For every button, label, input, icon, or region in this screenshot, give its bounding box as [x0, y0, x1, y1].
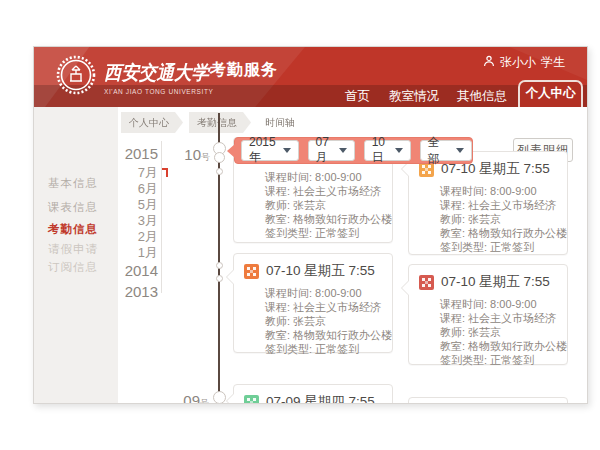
- card-detail-row: 签到类型: 正常签到: [265, 226, 382, 240]
- sidebar: 基本信息 课表信息 考勤信息 请假申请 订阅信息: [34, 107, 118, 403]
- card-detail-row: 教师: 张芸京: [265, 314, 382, 328]
- card-details: 课程时间: 8:00-9:00课程: 社会主义市场经济教师: 张芸京教室: 格物…: [440, 297, 557, 367]
- main-nav: 首页 教室情况 其他信息: [34, 85, 587, 107]
- nav-item-other-info[interactable]: 其他信息: [457, 85, 507, 107]
- user-role: 学生: [541, 54, 565, 71]
- app-window: 西安交通大学 XI'AN JIAO TONG UNIVERSITY 考勤服务 张…: [33, 46, 588, 404]
- nav-item-classrooms[interactable]: 教室情况: [389, 85, 439, 107]
- card-detail-row: 课程时间: 8:00-9:00: [265, 286, 382, 300]
- chevron-down-icon: [395, 148, 403, 153]
- timeline-nav-item[interactable]: 2015: [122, 143, 158, 164]
- date-filter-bar: 2015年 07月 10日 全部: [234, 137, 473, 164]
- chevron-down-icon: [339, 148, 347, 153]
- card-detail-row: 教室: 格物致知行政办公楼: [440, 339, 557, 353]
- timeline-nav-item[interactable]: 6月: [122, 180, 158, 196]
- card-detail-row: 签到类型: 正常签到: [265, 342, 382, 356]
- sidebar-item-attendance[interactable]: 考勤信息: [48, 222, 110, 237]
- card-header: 07-10 星期五 7:55: [419, 273, 557, 291]
- card-pointer: [227, 270, 234, 284]
- status-stamp-icon: [244, 395, 259, 405]
- card-detail-row: 教室: 格物致知行政办公楼: [265, 328, 382, 342]
- day-marker-10: 10号: [170, 146, 210, 164]
- day-number: 09: [183, 392, 200, 404]
- card-pointer: [402, 281, 409, 295]
- card-details: 课程时间: 8:00-9:00课程: 社会主义市场经济教师: 张芸京教室: 格物…: [440, 184, 557, 254]
- card-detail-row: 教师: 张芸京: [440, 212, 557, 226]
- breadcrumb: 个人中心 考勤信息 时间轴: [121, 112, 309, 133]
- card-pointer: [402, 162, 409, 176]
- card-detail-row: 课程: 社会主义市场经济: [265, 184, 382, 198]
- card-detail-row: 教师: 张芸京: [265, 198, 382, 212]
- card-detail-row: 课程时间: 8:00-9:00: [440, 297, 557, 311]
- breadcrumb-item[interactable]: 个人中心: [121, 112, 183, 133]
- user-icon: [483, 55, 495, 70]
- timeline-nav-item[interactable]: 2014: [122, 260, 158, 281]
- chevron-down-icon: [456, 148, 464, 153]
- university-name-cn: 西安交通大学: [104, 60, 209, 86]
- timeline-node: [216, 262, 223, 269]
- month-select[interactable]: 07月: [308, 140, 355, 161]
- sidebar-item-subscription[interactable]: 订阅信息: [48, 260, 110, 275]
- timeline-nav-item[interactable]: 3月: [122, 212, 158, 228]
- card-detail-row: 教室: 格物致知行政办公楼: [440, 226, 557, 240]
- attendance-card-partial[interactable]: [408, 397, 568, 404]
- year-select[interactable]: 2015年: [241, 140, 299, 161]
- day-select[interactable]: 10日: [364, 140, 411, 161]
- card-detail-row: 签到类型: 正常签到: [440, 240, 557, 254]
- timeline-node: [213, 391, 226, 404]
- attendance-card[interactable]: 07-10 星期五 7:55 课程时间: 8:00-9:00课程: 社会主义市场…: [233, 253, 393, 353]
- user-info[interactable]: 张小小 学生: [483, 54, 565, 71]
- month-select-value: 07月: [316, 135, 333, 166]
- timeline-divider: [161, 141, 162, 293]
- card-details: 课程时间: 8:00-9:00课程: 社会主义市场经济教师: 张芸京教室: 格物…: [265, 286, 382, 356]
- card-details: 课程时间: 8:00-9:00课程: 社会主义市场经济教师: 张芸京教室: 格物…: [265, 170, 382, 240]
- day-select-value: 10日: [372, 135, 389, 166]
- user-name: 张小小: [500, 54, 536, 71]
- type-select-value: 全部: [428, 134, 450, 168]
- card-detail-row: 教室: 格物致知行政办公楼: [265, 212, 382, 226]
- timeline-year-nav: 2015 7月 6月 5月 3月 2月 1月 2014 2013: [122, 143, 158, 302]
- card-title: 07-09 星期四 7:55: [266, 393, 375, 404]
- day-suffix: 号: [200, 398, 209, 404]
- card-pointer: [227, 394, 234, 404]
- timeline-node: [216, 275, 223, 282]
- day-suffix: 号: [201, 152, 210, 162]
- card-title: 07-10 星期五 7:55: [441, 273, 550, 291]
- app-title: 考勤服务: [210, 60, 278, 81]
- breadcrumb-item[interactable]: 时间轴: [257, 112, 309, 133]
- card-detail-row: 课程时间: 8:00-9:00: [265, 170, 382, 184]
- chevron-down-icon: [283, 148, 291, 153]
- page: 西安交通大学 XI'AN JIAO TONG UNIVERSITY 考勤服务 张…: [0, 0, 600, 450]
- day-number: 10: [184, 146, 201, 163]
- status-stamp-icon: [419, 275, 434, 290]
- card-detail-row: 签到类型: 正常签到: [440, 353, 557, 367]
- card-header: 07-10 星期五 7:55: [244, 262, 382, 280]
- year-select-value: 2015年: [249, 135, 277, 166]
- nav-tab-personal-center[interactable]: 个人中心: [518, 80, 583, 107]
- card-detail-row: 课程时间: 8:00-9:00: [440, 184, 557, 198]
- card-detail-row: 课程: 社会主义市场经济: [440, 198, 557, 212]
- sidebar-item-basic-info[interactable]: 基本信息: [48, 176, 110, 191]
- timeline-nav-item[interactable]: 5月: [122, 196, 158, 212]
- sidebar-item-timetable[interactable]: 课表信息: [48, 200, 110, 215]
- timeline-node: [214, 152, 225, 163]
- card-header: 07-09 星期四 7:55: [244, 393, 382, 404]
- sidebar-item-leave-request[interactable]: 请假申请: [48, 242, 110, 257]
- status-stamp-icon: [244, 264, 259, 279]
- timeline-nav-item[interactable]: 7月: [122, 164, 158, 180]
- attendance-card[interactable]: 07-09 星期四 7:55: [233, 384, 393, 404]
- nav-item-home[interactable]: 首页: [345, 85, 370, 107]
- card-title: 07-10 星期五 7:55: [266, 262, 375, 280]
- breadcrumb-item[interactable]: 考勤信息: [189, 112, 251, 133]
- card-detail-row: 课程: 社会主义市场经济: [265, 300, 382, 314]
- timeline-nav-item[interactable]: 1月: [122, 244, 158, 260]
- type-select[interactable]: 全部: [420, 140, 472, 161]
- day-marker-09: 09号: [169, 392, 209, 404]
- timeline-nav-item[interactable]: 2月: [122, 228, 158, 244]
- attendance-card[interactable]: 07-10 星期五 7:55 课程时间: 8:00-9:00课程: 社会主义市场…: [408, 264, 568, 365]
- card-detail-row: 课程: 社会主义市场经济: [440, 311, 557, 325]
- card-detail-row: 教师: 张芸京: [440, 325, 557, 339]
- app-header: 西安交通大学 XI'AN JIAO TONG UNIVERSITY 考勤服务 张…: [34, 47, 587, 107]
- timeline-nav-item[interactable]: 2013: [122, 281, 158, 302]
- timeline-node: [216, 168, 223, 175]
